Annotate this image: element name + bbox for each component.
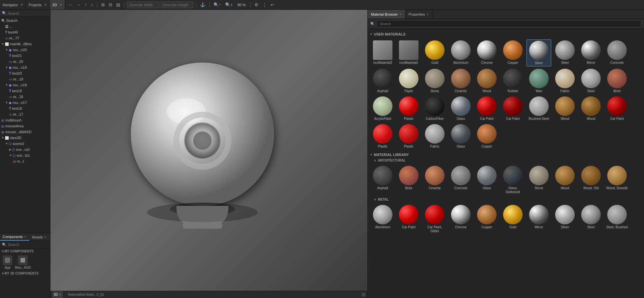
settings-btn2[interactable]: ⋮ — [261, 2, 268, 8]
tree-item-re77[interactable]: ▭ re...77 — [0, 35, 50, 41]
override-height-input[interactable] — [161, 2, 193, 8]
tree-item-scera3[interactable]: ▶ ⬡ sce...ra3 — [0, 147, 50, 152]
tab-projects-close[interactable]: ✕ — [44, 3, 47, 7]
mat-item-metal-Steel[interactable]: Steel — [579, 204, 603, 234]
tree-item-mousewasd[interactable]: ◎ mouse...dWASD — [0, 129, 50, 135]
nav-home-btn[interactable]: ⌂ — [89, 2, 94, 8]
vp-3d-close[interactable]: ✕ — [59, 293, 62, 296]
tree-item-text20[interactable]: T text20 — [0, 70, 50, 76]
user-materials-section[interactable]: ▾ USER MATERIALS — [370, 31, 641, 37]
mat-item-Glass2[interactable]: Glass — [448, 123, 473, 149]
architectural-subsection[interactable]: ▾ ARCHITECTURAL — [370, 158, 641, 163]
viewport-canvas[interactable] — [50, 10, 367, 291]
mat-item-Paper[interactable]: Paper — [396, 68, 421, 94]
mat-item-Plastic2[interactable]: Plastic — [370, 123, 395, 149]
mat-item-Aluminium[interactable]: Aluminium — [448, 39, 473, 66]
tree-item-mainm[interactable]: ▼ ⬜ mainM...tBtns — [0, 41, 50, 47]
mat-item-arch-Wood[interactable]: Wood — [553, 165, 577, 195]
mat-item-metal-CarPaint[interactable]: Car Paint — [396, 204, 421, 234]
mat-item-AcrylicPaint[interactable]: AcrylicPaint — [370, 95, 395, 122]
tree-item-re17[interactable]: ▭ re...17 — [0, 111, 50, 117]
my-components-section[interactable]: MY COMPONENTS — [0, 248, 50, 254]
mat-item-Plastic[interactable]: Plastic — [396, 95, 421, 122]
mat-item-metal-Aluminium[interactable]: Aluminium — [370, 204, 395, 234]
zoom-out-btn[interactable]: 🔍− — [212, 2, 223, 8]
mat-item-arch-Glass[interactable]: Glass — [474, 165, 499, 195]
mat-item-Ceramic[interactable]: Ceramic — [448, 68, 473, 94]
comp-item-app[interactable]: App — [3, 255, 12, 269]
mat-search-input[interactable] — [377, 20, 641, 27]
navigator-search-input[interactable] — [8, 11, 50, 15]
tree-item-re20[interactable]: ▭ re...20 — [0, 59, 50, 64]
mat-item-Copper2[interactable]: Copper — [474, 123, 499, 149]
tab-material-browser[interactable]: Material Browser ✕ — [368, 10, 405, 19]
tab-properties[interactable]: Properties ✕ — [405, 10, 432, 19]
nav-back-btn[interactable]: ← — [67, 2, 74, 8]
tree-item-text18[interactable]: T text18 — [0, 106, 50, 111]
nav-forward-btn[interactable]: → — [75, 2, 82, 8]
mat-item-rectMaterial2[interactable]: rectMaterial2 — [396, 39, 421, 66]
tree-item-search[interactable]: 🔍 Search — [0, 18, 50, 23]
view-btn2[interactable]: ⊟ — [107, 2, 114, 8]
mat-item-Wood[interactable]: Wood — [474, 68, 499, 94]
mat-item-rectMaterial3[interactable]: rectMaterial3 — [370, 39, 395, 66]
tab-projects[interactable]: Projects ✕ — [26, 0, 50, 9]
tree-item-mousearea[interactable]: ◎ mouseArea — [0, 123, 50, 129]
mat-item-Copper[interactable]: Copper — [500, 39, 525, 66]
tree-item-scene2[interactable]: ▼ ⬡ scene2 — [0, 141, 50, 147]
tab-2d-close[interactable]: ✕ — [60, 3, 62, 7]
mat-item-Glass[interactable]: Glass — [448, 95, 473, 122]
my-3d-components-section[interactable]: MY 3D COMPONENTS — [0, 271, 50, 276]
view-btn1[interactable]: ⊞ — [100, 2, 106, 8]
mat-item-metal-Chrome[interactable]: Chrome — [448, 204, 473, 234]
mat-item-Wood3[interactable]: Wood — [579, 95, 603, 122]
mat-item-Asphalt[interactable]: Asphalt — [370, 68, 395, 94]
tree-item-re18[interactable]: ▭ re...18 — [0, 94, 50, 100]
view-btn3[interactable]: ▤ — [115, 2, 121, 8]
override-width-input[interactable] — [127, 2, 159, 8]
mat-item-Gold[interactable]: Gold — [422, 39, 447, 66]
mat-item-metal-Gold[interactable]: Gold — [500, 204, 525, 234]
mat-item-metal-SteelBrushed[interactable]: Steel, Brushed — [605, 204, 629, 234]
mat-item-BrushedSteel[interactable]: Brushed Steel — [527, 95, 551, 122]
tree-item-multitouch[interactable]: ◎ multitouch — [0, 117, 50, 123]
tab-assets[interactable]: Assets ✕ — [29, 233, 49, 241]
mat-item-arch-Brick[interactable]: Brick — [396, 165, 421, 195]
vp-tab-3d[interactable]: 3D ✕ — [52, 291, 63, 298]
tree-item-roun19[interactable]: ▼ ◉ rou...n19 — [0, 64, 50, 70]
tree-item-roun18[interactable]: ▼ ◉ rou...n18 — [0, 82, 50, 88]
tree-item-text46[interactable]: T text46 — [0, 29, 50, 35]
tab-components[interactable]: Components ✕ — [0, 233, 29, 241]
tab-2d[interactable]: 2D ✕ — [50, 0, 65, 9]
mat-item-arch-Asphalt[interactable]: Asphalt — [370, 165, 395, 195]
mat-item-Concrete[interactable]: Concrete — [605, 39, 629, 66]
tab-navigator[interactable]: Navigator ✕ — [0, 0, 26, 9]
tree-item-roun20[interactable]: ▼ ◉ rou...n20 — [0, 47, 50, 53]
mat-item-arch-WoodSmooth[interactable]: Wood, Smooth — [605, 165, 629, 195]
mat-item-Rubber[interactable]: Rubber — [500, 68, 525, 94]
mat-item-Fabric[interactable]: Fabric — [553, 68, 577, 94]
tree-item-text19[interactable]: T text19 — [0, 88, 50, 94]
settings-btn1[interactable]: ⚙ — [253, 2, 260, 8]
mat-item-Fabric2[interactable]: Fabric — [422, 123, 447, 149]
tree-item-roun17[interactable]: ▼ ◉ rou...n17 — [0, 100, 50, 106]
tab-components-close[interactable]: ✕ — [24, 235, 27, 238]
mat-item-Steel2[interactable]: Steel — [579, 68, 603, 94]
tree-item-re19[interactable]: ▭ re...19 — [0, 76, 50, 82]
mat-item-CarPaint[interactable]: Car Paint — [474, 95, 499, 122]
mat-item-arch-Concrete[interactable]: Concrete — [448, 165, 473, 195]
nav-up-btn[interactable]: ↑ — [83, 2, 88, 8]
mat-item-arch-Ceramic[interactable]: Ceramic — [422, 165, 447, 195]
tab-mat-browser-close[interactable]: ✕ — [399, 13, 402, 16]
zoom-in-btn[interactable]: 🔍+ — [224, 2, 234, 8]
mat-item-CarbonFiber[interactable]: CarbonFiber — [422, 95, 447, 122]
mat-item-CarPaint3[interactable]: Car Paint — [605, 95, 629, 122]
mat-item-Plastic3[interactable]: Plastic — [396, 123, 421, 149]
mat-item-Wax[interactable]: Wax — [527, 68, 551, 94]
mat-item-CarPaint2[interactable]: Car Paint — [500, 95, 525, 122]
mat-item-Chrome[interactable]: Chrome — [474, 39, 499, 66]
mat-item-Brick[interactable]: Brick — [605, 68, 629, 94]
mat-item-arch-GlassDark[interactable]: Glass, Darkened — [500, 165, 525, 195]
tree-item-text21[interactable]: T text21 — [0, 53, 50, 59]
tab-assets-close[interactable]: ✕ — [44, 235, 47, 239]
